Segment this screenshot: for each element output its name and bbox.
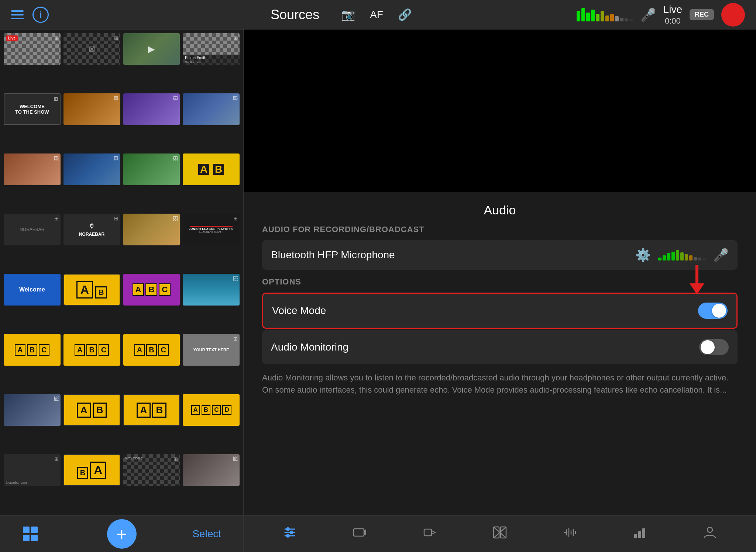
source-thumb-16[interactable]: ⊞ JUNIOR LEAGUE PLAYOFFS LEAGUE vs TEAM … [183, 214, 240, 245]
source-thumb-32[interactable]: 🖼 [183, 454, 240, 486]
svg-point-14 [286, 534, 290, 538]
source-thumb-9[interactable]: 🖼 [4, 153, 61, 185]
source-thumb-14[interactable]: ⊞ 🎙 NORAEBAR [63, 214, 120, 245]
source-thumb-7[interactable]: 🖼 [123, 93, 180, 125]
abc3-a: A [134, 344, 145, 356]
junior-sub: LEAGUE vs TEAM II [199, 231, 223, 233]
app-header: i Sources 📷 AF 🔗 🎤 Live 0:00 [0, 0, 756, 30]
image-icon-25: 🖼 [54, 396, 59, 402]
welcome-small-text: WELCOME [126, 456, 143, 460]
svg-rect-19 [501, 527, 506, 538]
person-tab[interactable] [703, 525, 717, 542]
right-bottom-bar [244, 515, 756, 552]
live-section: Live 0:00 [663, 4, 682, 26]
camera-icon[interactable]: 📷 [341, 8, 355, 21]
ba-a: A [90, 462, 106, 479]
source-thumb-15[interactable]: 🖼 [123, 214, 180, 245]
header-right: 🎤 Live 0:00 REC [575, 3, 745, 27]
source-thumb-22[interactable]: A B C [63, 334, 120, 366]
header-left: i [11, 7, 107, 23]
abc3-b: B [146, 344, 157, 356]
voice-mode-toggle[interactable] [698, 303, 728, 319]
image-icon-7: 🖼 [173, 95, 178, 101]
source-thumb-5[interactable]: ⊞ WELCOMETO THE SHOW [4, 93, 61, 125]
svg-rect-2 [23, 535, 30, 541]
source-thumb-4[interactable]: ⊞ Emma SmithSubtitle here [183, 33, 240, 65]
recording-section-label: AUDIO FOR RECORDING/BROADCAST [262, 225, 738, 234]
source-thumb-28[interactable]: A B C D [183, 394, 240, 426]
abc-y-b: B [27, 344, 37, 356]
stats-tab[interactable] [633, 525, 647, 542]
letter-a: A [197, 163, 210, 176]
source-thumb-6[interactable]: 🖼 [63, 93, 120, 125]
source-thumb-29[interactable]: ⊞ Noraebar.com [4, 454, 61, 486]
goto-tab[interactable] [423, 525, 437, 542]
settings-gear-icon[interactable]: ⚙️ [635, 248, 651, 262]
monitoring-toggle-knob [701, 340, 715, 354]
header-action-icons: 📷 AF 🔗 [341, 8, 412, 21]
af-label[interactable]: AF [370, 9, 383, 21]
share-icon[interactable]: 🔗 [398, 8, 412, 21]
source-thumb-24[interactable]: ⊞ YOUR TEXT HERE [183, 334, 240, 366]
image-icon-15: 🖼 [173, 215, 178, 221]
right-panel: Audio AUDIO FOR RECORDING/BROADCAST Blue… [244, 30, 756, 552]
source-thumb-30[interactable]: B A [63, 454, 120, 486]
voice-mode-label: Voice Mode [272, 305, 698, 317]
audio-monitoring-toggle[interactable] [699, 339, 729, 355]
svg-rect-30 [642, 528, 645, 538]
ab2-a: A [137, 403, 151, 418]
source-thumb-27[interactable]: A B [123, 394, 180, 426]
live-timer: 0:00 [665, 16, 681, 26]
source-thumb-17[interactable]: Welcome T [4, 274, 61, 306]
play-icon: ▶ [148, 44, 155, 54]
select-button[interactable]: Select [192, 528, 221, 540]
source-thumb-26[interactable]: A B [63, 394, 120, 426]
source-thumb-8[interactable]: 🖼 [183, 93, 240, 125]
grid-view-button[interactable] [22, 526, 38, 542]
sources-grid: Live ⊞ ⊞ ⊠ ▶ ⊞ Emma SmithSubtitle here ⊞… [0, 30, 243, 515]
device-mic-icon: 🎤 [713, 248, 729, 262]
source-thumb-18[interactable]: A B [63, 274, 120, 306]
device-controls: ⚙️ 🎤 [635, 248, 729, 262]
toggle-knob [712, 304, 726, 318]
small-b: B [95, 286, 107, 299]
noraebar-url: Noraebar.com [6, 481, 27, 484]
source-thumb-19[interactable]: A B C [123, 274, 180, 306]
add-source-button[interactable]: + [107, 519, 137, 549]
device-level-bars [658, 249, 706, 261]
source-thumb-31[interactable]: ⊞ WELCOME [123, 454, 180, 486]
source-thumb-13[interactable]: ⊞ NORAEBAR [4, 214, 61, 245]
source-thumb-1[interactable]: Live ⊞ [4, 33, 61, 65]
source-thumb-10[interactable]: 🖼 [63, 153, 120, 185]
transitions-tab[interactable] [493, 525, 507, 542]
info-button[interactable]: i [32, 7, 49, 23]
source-thumb-20[interactable]: 🖼 [183, 274, 240, 306]
abc-a: A [133, 283, 144, 296]
voice-mode-row: Voice Mode [262, 293, 738, 329]
source-thumb-21[interactable]: A B C [4, 334, 61, 366]
camera-tab[interactable] [353, 525, 367, 542]
header-center: Sources 📷 AF 🔗 [107, 7, 575, 23]
image-icon-9: 🖼 [54, 155, 59, 161]
source-thumb-12[interactable]: A B [183, 153, 240, 185]
ab-big-a: A [77, 403, 91, 418]
mixer-tab[interactable] [283, 525, 297, 542]
svg-rect-17 [424, 529, 432, 536]
source-thumb-3[interactable]: ▶ [123, 33, 180, 65]
svg-rect-1 [31, 527, 38, 533]
source-thumb-23[interactable]: A B C [123, 334, 180, 366]
welcome-blue-text: Welcome [19, 286, 45, 293]
page-title: Sources [271, 7, 319, 23]
abc3-c: C [158, 344, 169, 356]
svg-rect-28 [634, 534, 637, 538]
source-thumb-2[interactable]: ⊞ ⊠ [63, 33, 120, 65]
audio-level-bars [577, 8, 633, 21]
abc-y-c: C [39, 344, 49, 356]
audio-levels-tab[interactable] [563, 525, 577, 542]
menu-button[interactable] [11, 10, 24, 19]
source-thumb-11[interactable]: 🖼 [123, 153, 180, 185]
abcd-a: A [191, 405, 200, 415]
image-icon-6: 🖼 [113, 95, 118, 101]
source-thumb-25[interactable]: 🖼 [4, 394, 61, 426]
record-button[interactable] [721, 3, 745, 27]
